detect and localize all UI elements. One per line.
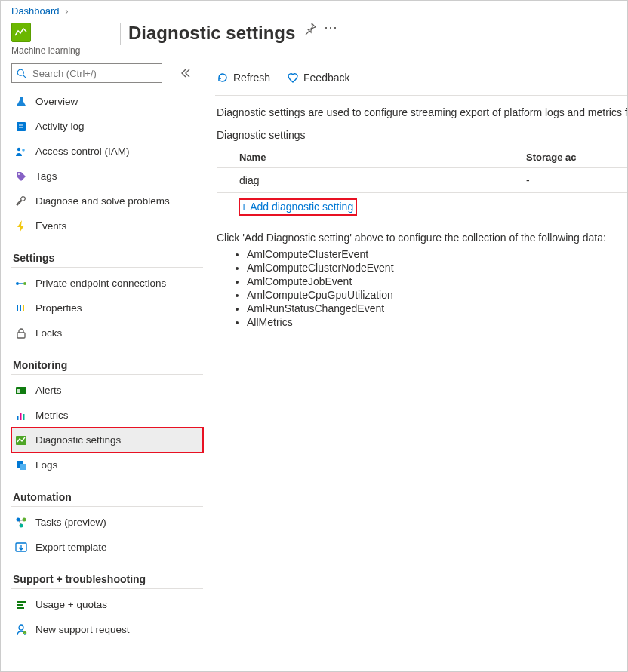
sidebar-item-label: Properties xyxy=(35,302,82,314)
chevron-right-icon: › xyxy=(65,5,68,17)
sidebar-item-tasks[interactable]: Tasks (preview) xyxy=(11,510,203,535)
svg-point-9 xyxy=(23,282,26,285)
svg-rect-16 xyxy=(17,389,20,393)
subheading: Diagnostic settings xyxy=(217,129,627,141)
collapse-sidebar-icon[interactable] xyxy=(180,68,191,78)
section-header-settings: Settings xyxy=(13,252,203,264)
add-diagnostic-setting-link[interactable]: + Add diagnostic setting xyxy=(239,199,356,215)
heart-icon xyxy=(287,72,299,84)
sidebar-item-diagnose-problems[interactable]: Diagnose and solve problems xyxy=(11,189,203,213)
page-header: Machine learning Diagnostic settings ⋯ xyxy=(1,18,627,63)
support-icon: + xyxy=(14,623,28,637)
sidebar-item-alerts[interactable]: Alerts xyxy=(11,378,203,403)
sidebar-item-diagnostic-settings[interactable]: Diagnostic settings xyxy=(11,428,203,453)
svg-point-8 xyxy=(16,282,19,285)
machine-learning-icon xyxy=(11,23,31,42)
refresh-button[interactable]: Refresh xyxy=(217,72,270,84)
sidebar-item-properties[interactable]: Properties xyxy=(11,296,203,321)
sidebar-item-label: Activity log xyxy=(35,121,85,132)
sidebar-item-overview[interactable]: Overview xyxy=(11,89,203,114)
sidebar-item-label: New support request xyxy=(35,624,130,635)
sidebar-item-label: Alerts xyxy=(35,385,62,396)
add-link-label: Add diagnostic setting xyxy=(250,201,353,213)
table-header: Name Storage ac xyxy=(217,147,627,168)
svg-point-7 xyxy=(18,173,20,175)
sidebar-item-new-support-request[interactable]: + New support request xyxy=(11,617,203,642)
export-icon xyxy=(14,541,28,554)
svg-point-32 xyxy=(19,625,23,630)
svg-point-0 xyxy=(17,69,23,75)
sidebar-item-logs[interactable]: Logs xyxy=(11,453,203,477)
svg-rect-17 xyxy=(17,416,19,420)
table-row[interactable]: diag - xyxy=(217,168,627,193)
sidebar-item-label: Access control (IAM) xyxy=(35,146,130,157)
section-header-support: Support + troubleshooting xyxy=(13,573,203,585)
breadcrumb: Dashboard › xyxy=(1,1,627,18)
data-categories-list: AmlComputeClusterEventAmlComputeClusterN… xyxy=(232,248,627,328)
list-item: AllMetrics xyxy=(247,316,627,328)
divider xyxy=(120,23,121,45)
list-item: AmlRunStatusChangedEvent xyxy=(247,302,627,315)
search-icon xyxy=(17,69,26,78)
sidebar-item-access-control[interactable]: Access control (IAM) xyxy=(11,139,203,164)
svg-line-1 xyxy=(23,75,26,78)
sidebar-item-label: Locks xyxy=(35,327,62,339)
search-input[interactable] xyxy=(31,67,157,80)
feedback-label: Feedback xyxy=(303,72,349,84)
svg-point-6 xyxy=(22,149,25,152)
svg-rect-19 xyxy=(23,414,25,420)
main-content: Refresh Feedback Diagnostic settings are… xyxy=(208,63,627,672)
list-item: AmlComputeClusterEvent xyxy=(247,248,627,260)
page-title: Diagnostic settings xyxy=(128,23,295,44)
sidebar-item-label: Diagnostic settings xyxy=(35,434,121,446)
plus-icon: + xyxy=(241,201,247,213)
sidebar-item-label: Diagnose and solve problems xyxy=(35,195,170,207)
usage-icon xyxy=(14,598,28,612)
flask-icon xyxy=(14,95,28,109)
refresh-icon xyxy=(217,72,229,84)
sidebar-item-label: Tags xyxy=(35,170,57,182)
sidebar-item-locks[interactable]: Locks xyxy=(11,321,203,345)
sidebar: Overview Activity log Access control (IA… xyxy=(1,63,208,672)
description-text: Diagnostic settings are used to configur… xyxy=(217,106,627,118)
resource-type-label: Machine learning xyxy=(11,45,117,56)
sidebar-item-export-template[interactable]: Export template xyxy=(11,535,203,560)
pin-icon[interactable] xyxy=(304,23,316,35)
sidebar-item-tags[interactable]: Tags xyxy=(11,164,203,189)
sidebar-item-label: Events xyxy=(35,220,66,232)
divider xyxy=(215,95,627,96)
wrench-icon xyxy=(14,195,28,208)
refresh-label: Refresh xyxy=(233,72,270,84)
sidebar-item-label: Tasks (preview) xyxy=(35,517,106,528)
alerts-icon xyxy=(14,384,28,397)
info-text: Click 'Add Diagnostic setting' above to … xyxy=(217,232,627,244)
tasks-icon xyxy=(14,516,28,529)
sidebar-item-metrics[interactable]: Metrics xyxy=(11,403,203,428)
divider xyxy=(11,374,203,375)
feedback-button[interactable]: Feedback xyxy=(287,72,349,84)
sidebar-item-label: Export template xyxy=(35,542,107,553)
svg-point-5 xyxy=(17,147,20,150)
svg-point-24 xyxy=(23,517,26,521)
cell-storage: - xyxy=(526,174,530,186)
list-item: AmlComputeJobEvent xyxy=(247,275,627,287)
svg-rect-18 xyxy=(20,413,22,420)
sidebar-item-events[interactable]: Events xyxy=(11,213,203,238)
sidebar-item-usage-quotas[interactable]: Usage + quotas xyxy=(11,592,203,617)
more-icon[interactable]: ⋯ xyxy=(324,23,337,32)
breadcrumb-home[interactable]: Dashboard xyxy=(11,5,60,17)
diagnostic-icon xyxy=(14,434,28,447)
sidebar-item-activity-log[interactable]: Activity log xyxy=(11,114,203,139)
list-item: AmlComputeClusterNodeEvent xyxy=(247,262,627,274)
sidebar-item-label: Usage + quotas xyxy=(35,599,107,610)
sidebar-item-private-endpoint[interactable]: Private endpoint connections xyxy=(11,271,203,296)
log-icon xyxy=(14,120,28,133)
divider xyxy=(11,267,203,268)
divider xyxy=(11,506,203,507)
sidebar-item-label: Metrics xyxy=(35,410,69,421)
section-header-automation: Automation xyxy=(13,491,203,503)
tag-icon xyxy=(14,170,28,183)
search-input-wrapper[interactable] xyxy=(11,63,162,83)
people-icon xyxy=(14,145,28,158)
endpoint-icon xyxy=(14,277,28,290)
